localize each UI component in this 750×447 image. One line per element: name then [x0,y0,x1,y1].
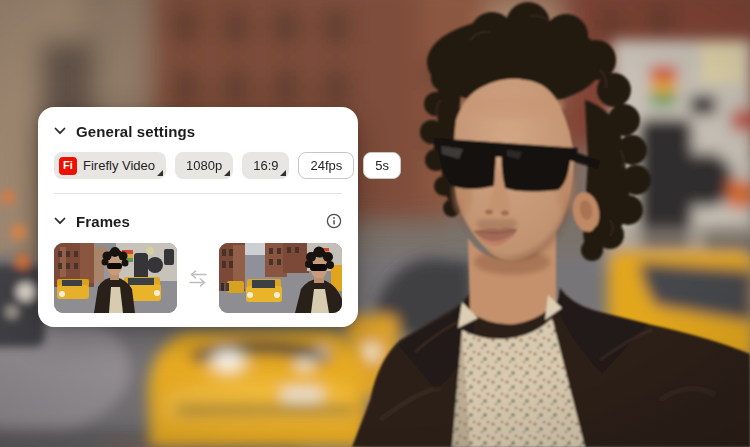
dropdown-corner-icon [157,170,163,176]
swap-frames-control[interactable] [177,270,219,287]
chevron-down-icon [54,217,66,225]
frames-header[interactable]: Frames [54,211,342,231]
chevron-down-icon [54,127,66,135]
resolution-select-label: 1080p [186,158,222,173]
section-divider [54,193,342,194]
frame-thumbnail-end[interactable] [219,243,342,313]
start-frame-image [54,243,177,313]
model-select-label: Firefly Video [83,158,155,173]
framerate-button[interactable]: 24fps [298,152,354,179]
info-icon [326,213,342,229]
firefly-logo-icon: Fi [59,157,77,175]
framerate-label: 24fps [310,158,342,173]
duration-label: 5s [375,158,389,173]
frame-thumbnail-start[interactable] [54,243,177,313]
general-settings-controls: Fi Firefly Video 1080p 16:9 24fps 5s [54,152,342,179]
frames-title: Frames [76,213,130,230]
aspect-ratio-select-label: 16:9 [253,158,278,173]
duration-button[interactable]: 5s [363,152,401,179]
general-settings-header[interactable]: General settings [54,121,342,141]
dropdown-corner-icon [280,170,286,176]
frames-info-button[interactable] [326,213,342,229]
resolution-select-button[interactable]: 1080p [175,152,233,179]
swap-arrows-icon [186,270,210,287]
video-settings-panel: General settings Fi Firefly Video 1080p … [38,107,358,327]
end-frame-image [219,243,342,313]
screenshot-root: General settings Fi Firefly Video 1080p … [0,0,750,447]
dropdown-corner-icon [224,170,230,176]
aspect-ratio-select-button[interactable]: 16:9 [242,152,289,179]
frames-row [54,243,342,313]
model-select-button[interactable]: Fi Firefly Video [54,152,166,179]
general-settings-title: General settings [76,123,195,140]
